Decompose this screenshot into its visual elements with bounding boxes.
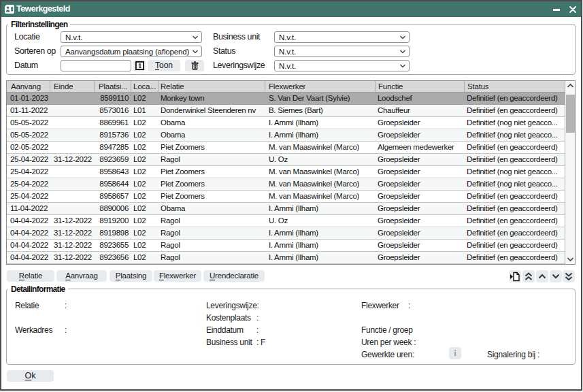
svg-text:1: 1 (138, 63, 141, 69)
